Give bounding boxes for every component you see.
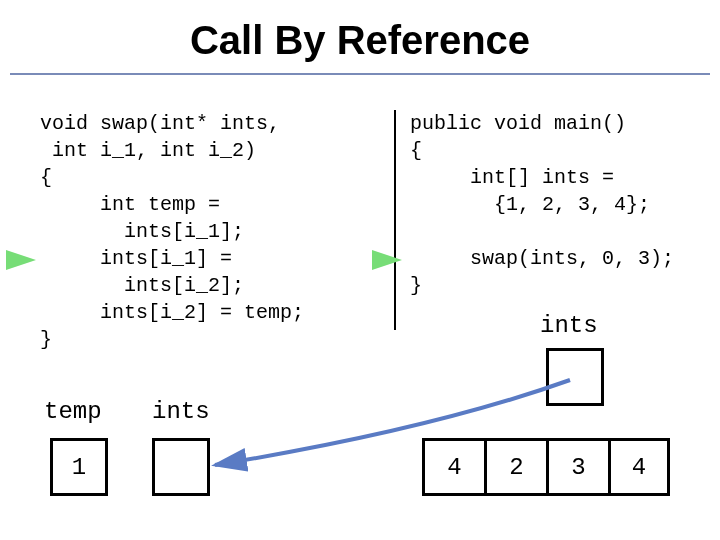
pointer-arrow-icon — [0, 0, 720, 540]
